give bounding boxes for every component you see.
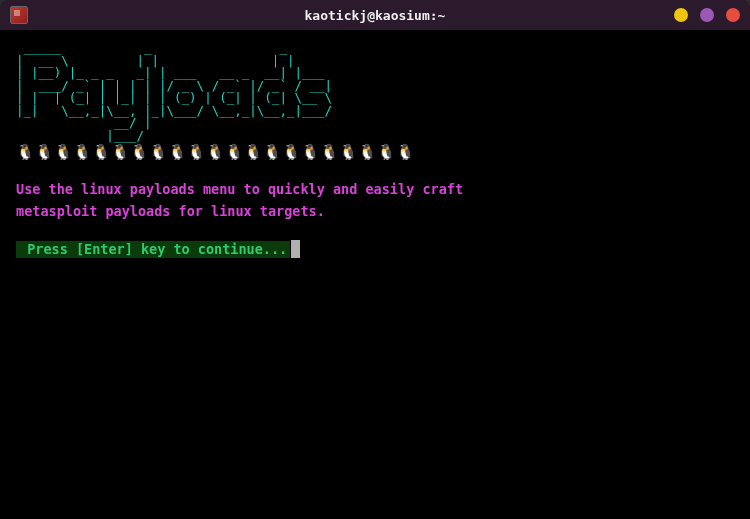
app-icon <box>10 6 28 24</box>
window-title: kaotickj@kaosium:~ <box>0 8 750 23</box>
close-button[interactable] <box>726 8 740 22</box>
description-text: Use the linux payloads menu to quickly a… <box>16 179 734 222</box>
minimize-button[interactable] <box>674 8 688 22</box>
prompt-row: Press [Enter] key to continue... <box>16 240 300 258</box>
terminal-window: kaotickj@kaosium:~ _____ _ _ | __ \ | | … <box>0 0 750 519</box>
terminal-body[interactable]: _____ _ _ | __ \ | | | | | |__) |_ _ _ _… <box>0 30 750 519</box>
ascii-banner: _____ _ _ | __ \ | | | | | |__) |_ _ _ _… <box>16 42 734 142</box>
cursor <box>291 240 300 258</box>
penguin-row: 🐧🐧🐧🐧🐧🐧🐧🐧🐧🐧🐧🐧🐧🐧🐧🐧🐧🐧🐧🐧🐧 <box>16 144 734 161</box>
window-controls <box>674 8 740 22</box>
prompt-text: Press [Enter] key to continue... <box>16 241 290 259</box>
titlebar[interactable]: kaotickj@kaosium:~ <box>0 0 750 30</box>
maximize-button[interactable] <box>700 8 714 22</box>
